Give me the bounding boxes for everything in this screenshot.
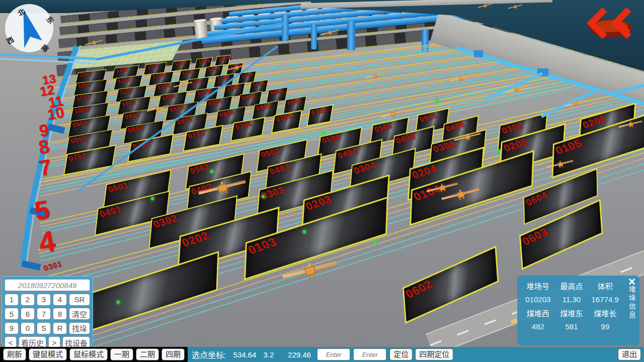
- status-dot: [322, 132, 325, 135]
- keypad-button-5[interactable]: 5: [5, 308, 19, 320]
- pile-label: 0603: [520, 226, 550, 248]
- keypad-button-R[interactable]: R: [53, 322, 67, 334]
- coordinate-z-value: 229.46: [288, 350, 311, 359]
- info-header: 最高点: [555, 281, 589, 291]
- info-value: 010203: [521, 295, 555, 304]
- toolbar-main-group: 选点坐标: 534.64 3.2 229.46 定位四期定位 退出: [188, 347, 644, 362]
- history-code-input[interactable]: [5, 279, 90, 291]
- toolbar-button-4[interactable]: 二期: [136, 348, 159, 361]
- info-value: 11.30: [555, 295, 589, 304]
- exit-button[interactable]: 退出: [618, 348, 641, 361]
- info-value: 482: [521, 322, 555, 331]
- keypad-button-0[interactable]: 0: [21, 322, 35, 334]
- status-dot: [373, 240, 376, 243]
- status-dot: [151, 197, 154, 200]
- keypad-button-6[interactable]: 6: [21, 308, 35, 320]
- bottom-toolbar: 刷新键鼠模式鼠标模式一期二期四期 选点坐标: 534.64 3.2 229.46…: [0, 347, 644, 362]
- info-value: 16774.9: [588, 295, 622, 304]
- info-header: 煤堆东: [555, 308, 589, 318]
- status-dot: [262, 195, 265, 198]
- pile-label: 0604: [524, 190, 549, 207]
- pick-coordinate-label: 选点坐标:: [192, 348, 226, 360]
- pile-label: 0602: [403, 278, 435, 300]
- status-dot: [117, 301, 120, 304]
- info-value: 581: [555, 322, 589, 331]
- info-header: 煤堆西: [521, 308, 555, 318]
- status-dot: [497, 150, 500, 153]
- coal-yard-3d-app: 1301130213031304130513061201120212031204…: [0, 0, 644, 362]
- status-dot: [303, 230, 306, 233]
- info-header: 堆场号: [521, 281, 555, 291]
- keypad-button-找垛[interactable]: 找垛: [69, 322, 90, 334]
- info-header: 体积: [588, 281, 622, 291]
- toolbar-left-group: 刷新键鼠模式鼠标模式一期二期四期: [0, 347, 188, 362]
- keypad-button-9[interactable]: 9: [5, 322, 19, 334]
- keypad-panel: 1234SR5678清空90SR找垛<看历史>找设备: [2, 276, 93, 345]
- keypad-button-8[interactable]: 8: [53, 308, 67, 320]
- enter-input-2[interactable]: [353, 348, 386, 360]
- toolbar-mid-button-0[interactable]: 定位: [389, 348, 413, 361]
- toolbar-button-2[interactable]: 鼠标模式: [69, 348, 108, 361]
- keypad-button-S[interactable]: S: [37, 322, 51, 334]
- coordinate-y-value: 3.2: [263, 350, 274, 359]
- keypad-button-清空[interactable]: 清空: [69, 308, 90, 320]
- toolbar-button-5[interactable]: 四期: [162, 348, 185, 361]
- row-number-label: 10: [46, 105, 65, 122]
- toolbar-button-3[interactable]: 一期: [110, 348, 133, 361]
- toolbar-button-1[interactable]: 键鼠模式: [29, 348, 67, 361]
- keypad-button-4[interactable]: 4: [53, 294, 67, 306]
- keypad-button-SR[interactable]: SR: [69, 294, 90, 306]
- info-value: 99: [588, 322, 622, 331]
- keypad-button-2[interactable]: 2: [21, 294, 35, 306]
- keypad-button-7[interactable]: 7: [37, 308, 51, 320]
- keypad-button-3[interactable]: 3: [37, 294, 51, 306]
- pile-info-side-label: 堆垛信息: [627, 286, 637, 320]
- toolbar-mid-button-1[interactable]: 四期定位: [415, 348, 453, 361]
- compass: 北 东 西 南: [3, 2, 55, 54]
- enter-input-1[interactable]: [317, 348, 350, 360]
- info-header: 煤堆长: [588, 308, 622, 318]
- coordinate-x-value: 534.64: [233, 350, 257, 359]
- pile-info-panel: ✕ 堆场号最高点体积01020311.3016774.9煤堆西煤堆东煤堆长482…: [517, 276, 639, 345]
- status-dot: [436, 100, 439, 103]
- toolbar-mid-buttons: 定位四期定位: [389, 348, 453, 361]
- company-logo-icon: [585, 6, 636, 42]
- status-dot: [210, 170, 213, 173]
- keypad-button-1[interactable]: 1: [5, 294, 19, 306]
- toolbar-button-0[interactable]: 刷新: [3, 348, 26, 361]
